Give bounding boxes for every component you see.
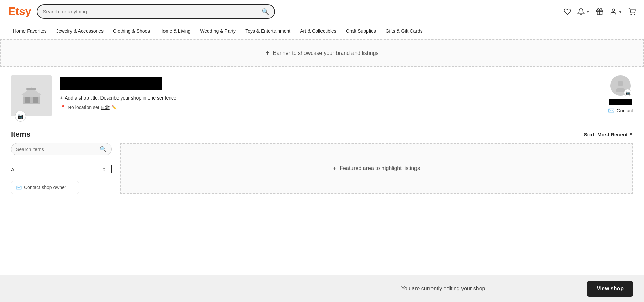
search-items-icon: 🔍 [100, 146, 107, 152]
nav-home-favorites[interactable]: Home Favorites [8, 23, 51, 39]
featured-plus-icon: + [333, 165, 336, 171]
add-title-plus-icon: + [60, 95, 63, 101]
shop-title-redacted [60, 77, 162, 90]
nav-art[interactable]: Art & Collectibles [295, 23, 341, 39]
owner-avatar-wrap: 📷 [610, 75, 631, 96]
svg-point-4 [634, 14, 635, 15]
shop-logo-camera-button[interactable]: 📷 [15, 111, 26, 122]
search-items-bar: 🔍 [11, 143, 112, 155]
shop-logo [11, 75, 52, 116]
search-items-input[interactable] [16, 147, 97, 152]
filter-all-label: All [11, 167, 103, 172]
contact-label: Contact [617, 108, 633, 114]
contact-mail-icon: ✉️ [16, 185, 22, 190]
owner-camera-button[interactable]: 📷 [624, 89, 631, 96]
nav-toys[interactable]: Toys & Entertainment [240, 23, 295, 39]
svg-point-2 [612, 9, 614, 11]
location-pin-icon: 📍 [60, 105, 66, 110]
favorites-button[interactable] [564, 8, 571, 15]
cart-button[interactable] [628, 8, 636, 15]
etsy-logo[interactable]: Etsy [8, 5, 31, 18]
items-header: Items Sort: Most Recent ▼ [11, 124, 633, 143]
header-icons: ▼ ▼ [564, 8, 636, 15]
banner-plus-icon: + [265, 49, 269, 57]
nav-gifts[interactable]: Gifts & Gift Cards [381, 23, 427, 39]
global-search-input[interactable] [43, 9, 262, 14]
mail-icon: ✉️ [608, 107, 615, 114]
account-button[interactable]: ▼ [610, 8, 622, 15]
location-row: 📍 No location set Edit ✏️ [60, 105, 633, 110]
nav-clothing[interactable]: Clothing & Shoes [108, 23, 155, 39]
shop-header: 📷 + Add a shop title. Describe your shop… [0, 67, 644, 124]
shop-logo-wrap: 📷 [11, 75, 52, 116]
contact-shop-owner-button[interactable]: ✉️ Contact shop owner [11, 181, 79, 194]
header: Etsy 🔍 ▼ ▼ [0, 0, 644, 23]
items-section: Items Sort: Most Recent ▼ 🔍 All 0 ✉️ Con… [0, 124, 644, 194]
nav-home-living[interactable]: Home & Living [155, 23, 195, 39]
global-search-bar: 🔍 [37, 4, 275, 19]
items-sidebar: 🔍 All 0 ✉️ Contact shop owner [11, 143, 120, 194]
filter-all-count: 0 [103, 167, 105, 172]
shop-banner[interactable]: + Banner to showcase your brand and list… [0, 39, 644, 67]
location-edit-link[interactable]: Edit [101, 105, 110, 110]
location-text: No location set [68, 105, 99, 110]
main-nav: Home Favorites Jewelry & Accessories Clo… [0, 23, 644, 39]
banner-text: Banner to showcase your brand and listin… [273, 50, 378, 56]
contact-button[interactable]: ✉️ Contact [608, 107, 633, 114]
contact-shop-owner-label: Contact shop owner [24, 185, 66, 190]
featured-text: Featured area to highlight listings [340, 165, 420, 171]
items-filter-all[interactable]: All 0 [11, 162, 112, 177]
global-search-icon: 🔍 [262, 8, 269, 15]
svg-rect-9 [26, 88, 36, 90]
shop-info: + Add a shop title. Describe your shop i… [60, 75, 633, 110]
add-shop-title-link[interactable]: + Add a shop title. Describe your shop i… [60, 95, 633, 101]
add-title-text: Add a shop title. Describe your shop in … [65, 95, 178, 101]
items-title: Items [11, 130, 30, 139]
nav-craft[interactable]: Craft Supplies [341, 23, 381, 39]
svg-point-11 [618, 81, 623, 86]
svg-point-3 [631, 14, 631, 15]
filter-active-indicator [111, 165, 112, 173]
notifications-chevron: ▼ [586, 10, 590, 14]
sort-chevron-icon: ▼ [629, 132, 633, 137]
featured-area[interactable]: + Featured area to highlight listings [120, 143, 633, 194]
sort-label: Sort: Most Recent [584, 132, 628, 137]
nav-jewelry[interactable]: Jewelry & Accessories [51, 23, 108, 39]
nav-wedding[interactable]: Wedding & Party [195, 23, 240, 39]
sort-dropdown[interactable]: Sort: Most Recent ▼ [584, 132, 633, 137]
svg-rect-10 [23, 94, 40, 97]
location-pencil-icon[interactable]: ✏️ [112, 105, 117, 110]
owner-name-redacted [609, 99, 632, 105]
account-chevron: ▼ [618, 10, 622, 14]
items-body: 🔍 All 0 ✉️ Contact shop owner + Featured… [11, 143, 633, 194]
owner-area: 📷 ✉️ Contact [608, 75, 633, 114]
notifications-button[interactable]: ▼ [577, 8, 590, 15]
store-icon [21, 86, 42, 106]
gift-button[interactable] [596, 8, 603, 15]
